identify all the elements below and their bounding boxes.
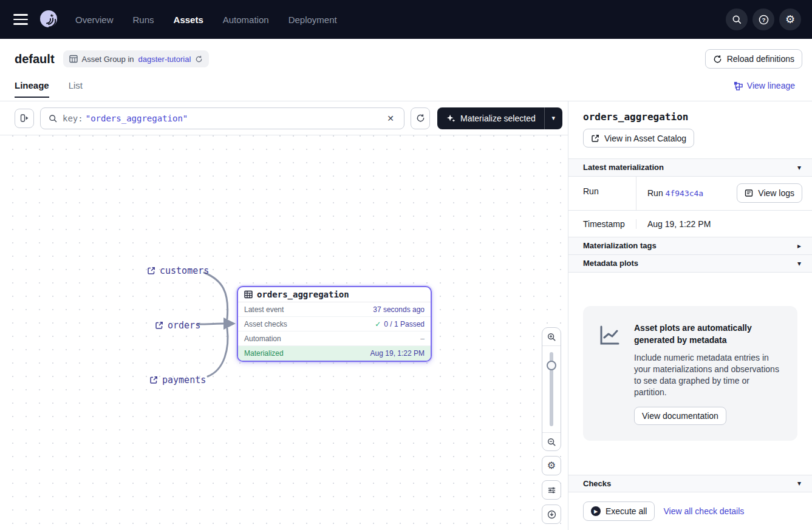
external-link-icon xyxy=(155,321,163,330)
view-logs-button[interactable]: View logs xyxy=(737,183,802,203)
chevron-down-icon: ▾ xyxy=(797,479,801,488)
asset-search-input[interactable]: key: "orders_aggregation" ✕ xyxy=(40,107,404,129)
run-id-link[interactable]: 4f943c4a xyxy=(666,189,704,198)
section-metadata-plots[interactable]: Metadata plots ▾ xyxy=(568,255,812,273)
graph-toolbar: key: "orders_aggregation" ✕ Materialize … xyxy=(0,101,568,135)
zoom-out-icon[interactable] xyxy=(542,432,561,450)
tab-lineage[interactable]: Lineage xyxy=(15,79,49,98)
search-icon xyxy=(48,114,58,123)
search-query-term: "orders_aggregation" xyxy=(86,114,188,123)
reload-icon xyxy=(713,55,722,64)
checks-footer: ▶ Execute all View all check details xyxy=(568,492,812,530)
menu-icon[interactable] xyxy=(10,8,32,30)
chevron-right-icon: ▸ xyxy=(797,242,801,250)
plots-card-body: Include numeric metadata entries in your… xyxy=(634,352,783,398)
view-documentation-button[interactable]: View documentation xyxy=(634,407,726,425)
primary-nav: Overview Runs Assets Automation Deployme… xyxy=(75,15,337,25)
page-title: default xyxy=(15,52,55,66)
view-lineage-link[interactable]: View lineage xyxy=(734,79,795,90)
external-link-icon xyxy=(149,376,158,384)
external-link-icon xyxy=(147,267,155,275)
zoom-in-icon[interactable] xyxy=(542,328,561,346)
zoom-slider-knob[interactable] xyxy=(547,361,556,370)
external-link-icon xyxy=(591,134,599,143)
nav-item-automation[interactable]: Automation xyxy=(223,15,269,25)
upstream-asset-customers[interactable]: customers xyxy=(147,265,209,276)
svg-text:?: ? xyxy=(762,16,765,23)
materialize-split-button: Materialize selected ▾ xyxy=(437,107,562,129)
chevron-down-icon: ▾ xyxy=(797,163,801,172)
view-in-asset-catalog-button[interactable]: View in Asset Catalog xyxy=(583,129,694,148)
refresh-graph-icon[interactable] xyxy=(411,107,430,129)
section-materialization-tags[interactable]: Materialization tags ▸ xyxy=(568,237,812,254)
lineage-icon xyxy=(734,81,743,90)
nav-item-deployment[interactable]: Deployment xyxy=(288,15,337,25)
line-chart-icon xyxy=(598,322,623,425)
nav-item-runs[interactable]: Runs xyxy=(133,15,154,25)
tab-list[interactable]: List xyxy=(69,79,83,98)
table-icon xyxy=(244,290,253,299)
gear-icon[interactable]: ⚙ xyxy=(779,8,801,30)
materialize-selected-button[interactable]: Materialize selected xyxy=(437,107,544,129)
timestamp-row: Timestamp Aug 19, 1:22 PM xyxy=(568,210,812,237)
badge-prefix: Asset Group in xyxy=(82,55,134,64)
top-nav: Overview Runs Assets Automation Deployme… xyxy=(0,0,812,39)
recenter-graph-icon[interactable] xyxy=(542,505,561,524)
panel-asset-title: orders_aggregation xyxy=(583,111,797,123)
asset-group-badge: Asset Group in dagster-tutorial xyxy=(63,50,210,67)
check-icon: ✓ xyxy=(375,320,381,328)
sync-status-icon xyxy=(195,55,203,63)
nav-item-overview[interactable]: Overview xyxy=(75,15,114,25)
lineage-canvas[interactable]: customers orders payments orders_aggrega… xyxy=(0,135,568,530)
sparkle-icon xyxy=(446,114,455,123)
node-row: Latest event 37 seconds ago xyxy=(238,302,431,317)
repo-link[interactable]: dagster-tutorial xyxy=(138,55,191,64)
help-icon[interactable]: ? xyxy=(752,8,774,30)
section-checks[interactable]: Checks ▾ xyxy=(568,475,812,492)
materialize-dropdown-caret[interactable]: ▾ xyxy=(544,107,562,129)
zoom-panel xyxy=(542,327,561,451)
nav-item-assets[interactable]: Assets xyxy=(174,15,203,25)
node-row-materialized: Materialized Aug 19, 1:22 PM xyxy=(238,346,431,361)
graph-settings-gear-icon[interactable]: ⚙ xyxy=(542,456,561,475)
plots-card-title: Asset plots are automatically generated … xyxy=(634,322,783,346)
search-icon[interactable] xyxy=(726,8,748,30)
asset-details-panel: orders_aggregation View in Asset Catalog… xyxy=(568,101,812,530)
upstream-asset-orders[interactable]: orders xyxy=(155,320,200,331)
play-icon: ▶ xyxy=(591,506,601,516)
graph-filters-icon[interactable] xyxy=(542,480,561,500)
view-all-check-details-link[interactable]: View all check details xyxy=(663,506,744,516)
node-row: Asset checks ✓0 / 1 Passed xyxy=(238,317,431,331)
execute-all-button[interactable]: ▶ Execute all xyxy=(583,501,655,521)
metadata-plots-content: Asset plots are automatically generated … xyxy=(568,273,812,475)
chevron-down-icon: ▾ xyxy=(797,259,801,268)
dagster-logo xyxy=(38,8,60,30)
reload-definitions-button[interactable]: Reload definitions xyxy=(705,49,802,69)
asset-plots-card: Asset plots are automatically generated … xyxy=(583,306,797,441)
asset-node-header: orders_aggregation xyxy=(238,287,431,302)
upstream-asset-payments[interactable]: payments xyxy=(149,375,206,386)
table-icon xyxy=(69,55,78,63)
run-row: Run Run 4f943c4a View logs xyxy=(568,177,812,211)
asset-node-orders-aggregation[interactable]: orders_aggregation Latest event 37 secon… xyxy=(237,286,432,362)
page-header: default Asset Group in dagster-tutorial … xyxy=(0,39,812,79)
logs-icon xyxy=(745,189,753,197)
collapse-panel-icon[interactable] xyxy=(15,109,34,128)
tabs-row: Lineage List View lineage xyxy=(0,79,812,101)
zoom-slider[interactable] xyxy=(542,346,561,432)
clear-search-icon[interactable]: ✕ xyxy=(382,111,399,126)
node-row: Automation – xyxy=(238,331,431,346)
search-query-prefix: key: xyxy=(63,114,83,123)
section-latest-materialization[interactable]: Latest materialization ▾ xyxy=(568,158,812,176)
